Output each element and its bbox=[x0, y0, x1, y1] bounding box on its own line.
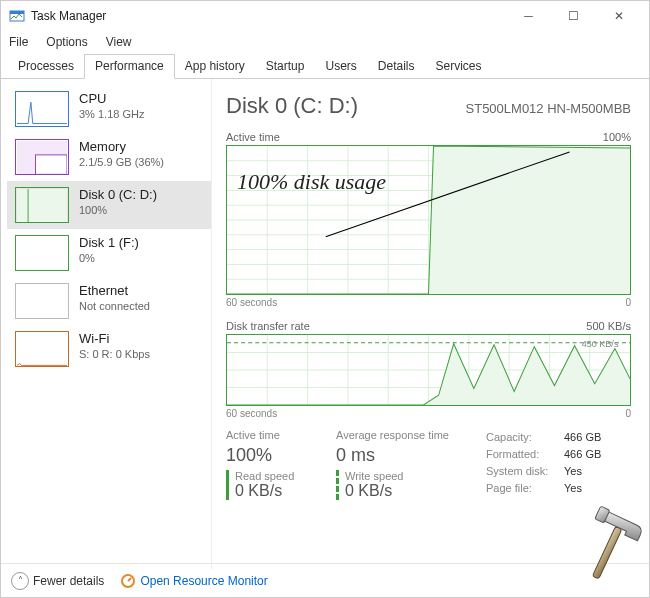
fewer-details-button[interactable]: ˄ Fewer details bbox=[11, 572, 104, 590]
wifi-thumbnail-icon bbox=[15, 331, 69, 367]
page-title: Disk 0 (C: D:) bbox=[226, 93, 358, 119]
active-time-label: Active time bbox=[226, 429, 316, 441]
sidebar-memory-label: Memory bbox=[79, 139, 164, 154]
graph1-right: 100% bbox=[603, 131, 631, 143]
ethernet-thumbnail-icon bbox=[15, 283, 69, 319]
sidebar-ethernet-sub: Not connected bbox=[79, 300, 150, 312]
write-speed-value: 0 KB/s bbox=[345, 482, 466, 500]
menu-view[interactable]: View bbox=[106, 35, 132, 49]
disk-model: ST500LM012 HN-M500MBB bbox=[466, 101, 631, 116]
open-resource-monitor-link[interactable]: Open Resource Monitor bbox=[120, 573, 267, 589]
close-button[interactable]: ✕ bbox=[596, 2, 641, 30]
read-speed-label: Read speed bbox=[235, 470, 316, 482]
sidebar-disk1-label: Disk 1 (F:) bbox=[79, 235, 139, 250]
memory-thumbnail-icon bbox=[15, 139, 69, 175]
taskmgr-icon bbox=[9, 8, 25, 24]
sidebar-cpu-sub: 3% 1.18 GHz bbox=[79, 108, 144, 120]
page-file-label: Page file: bbox=[486, 482, 556, 494]
disk1-thumbnail-icon bbox=[15, 235, 69, 271]
maximize-button[interactable]: ☐ bbox=[551, 2, 596, 30]
resource-list: CPU 3% 1.18 GHz Memory 2.1/5.9 GB (36%) bbox=[1, 79, 211, 569]
avg-response-value: 0 ms bbox=[336, 445, 466, 466]
footer-bar: ˄ Fewer details Open Resource Monitor bbox=[1, 563, 649, 597]
task-manager-window: Task Manager ─ ☐ ✕ File Options View Pro… bbox=[0, 0, 650, 598]
menu-file[interactable]: File bbox=[9, 35, 28, 49]
sidebar-cpu-label: CPU bbox=[79, 91, 144, 106]
disk0-thumbnail-icon bbox=[15, 187, 69, 223]
svg-rect-3 bbox=[36, 155, 67, 174]
svg-rect-1 bbox=[10, 11, 24, 14]
window-title: Task Manager bbox=[31, 9, 506, 23]
svg-rect-4 bbox=[17, 189, 67, 222]
tab-services[interactable]: Services bbox=[425, 54, 493, 79]
minimize-button[interactable]: ─ bbox=[506, 2, 551, 30]
tab-app-history[interactable]: App history bbox=[174, 54, 256, 79]
tab-processes[interactable]: Processes bbox=[7, 54, 85, 79]
capacity-label: Capacity: bbox=[486, 431, 556, 443]
read-speed-value: 0 KB/s bbox=[235, 482, 316, 500]
active-time-graph: 100% disk usage bbox=[226, 145, 631, 295]
sidebar-disk0-label: Disk 0 (C: D:) bbox=[79, 187, 157, 202]
system-disk-value: Yes bbox=[564, 465, 582, 477]
graph1-xleft: 60 seconds bbox=[226, 297, 277, 308]
formatted-value: 466 GB bbox=[564, 448, 601, 460]
svg-line-39 bbox=[128, 578, 131, 581]
tab-users[interactable]: Users bbox=[314, 54, 367, 79]
graph1-xright: 0 bbox=[625, 297, 631, 308]
tab-strip: Processes Performance App history Startu… bbox=[1, 53, 649, 79]
title-bar: Task Manager ─ ☐ ✕ bbox=[1, 1, 649, 31]
detail-pane: Disk 0 (C: D:) ST500LM012 HN-M500MBB Act… bbox=[211, 79, 649, 569]
transfer-rate-graph: 450 KB/s bbox=[226, 334, 631, 406]
sidebar-wifi-sub: S: 0 R: 0 Kbps bbox=[79, 348, 150, 360]
sidebar-disk1-sub: 0% bbox=[79, 252, 139, 264]
graph2-right: 500 KB/s bbox=[586, 320, 631, 332]
sidebar-item-cpu[interactable]: CPU 3% 1.18 GHz bbox=[7, 85, 211, 133]
tab-startup[interactable]: Startup bbox=[255, 54, 316, 79]
cpu-thumbnail-icon bbox=[15, 91, 69, 127]
resmon-icon bbox=[120, 573, 136, 589]
tab-details[interactable]: Details bbox=[367, 54, 426, 79]
tab-performance[interactable]: Performance bbox=[84, 54, 175, 79]
sidebar-wifi-label: Wi-Fi bbox=[79, 331, 150, 346]
dashed-label: 450 KB/s bbox=[582, 339, 619, 349]
active-time-value: 100% bbox=[226, 445, 316, 466]
formatted-label: Formatted: bbox=[486, 448, 556, 460]
sidebar-disk0-sub: 100% bbox=[79, 204, 157, 216]
sidebar-item-ethernet[interactable]: Ethernet Not connected bbox=[7, 277, 211, 325]
sidebar-item-memory[interactable]: Memory 2.1/5.9 GB (36%) bbox=[7, 133, 211, 181]
menu-bar: File Options View bbox=[1, 31, 649, 53]
sidebar-ethernet-label: Ethernet bbox=[79, 283, 150, 298]
capacity-value: 466 GB bbox=[564, 431, 601, 443]
sidebar-item-wifi[interactable]: Wi-Fi S: 0 R: 0 Kbps bbox=[7, 325, 211, 373]
graph1-label: Active time bbox=[226, 131, 280, 143]
graph2-label: Disk transfer rate bbox=[226, 320, 310, 332]
page-file-value: Yes bbox=[564, 482, 582, 494]
sidebar-item-disk1[interactable]: Disk 1 (F:) 0% bbox=[7, 229, 211, 277]
write-speed-label: Write speed bbox=[345, 470, 466, 482]
chevron-up-icon: ˄ bbox=[11, 572, 29, 590]
system-disk-label: System disk: bbox=[486, 465, 556, 477]
graph2-xright: 0 bbox=[625, 408, 631, 419]
sidebar-memory-sub: 2.1/5.9 GB (36%) bbox=[79, 156, 164, 168]
sidebar-item-disk0[interactable]: Disk 0 (C: D:) 100% bbox=[7, 181, 211, 229]
menu-options[interactable]: Options bbox=[46, 35, 87, 49]
avg-response-label: Average response time bbox=[336, 429, 466, 441]
graph2-xleft: 60 seconds bbox=[226, 408, 277, 419]
